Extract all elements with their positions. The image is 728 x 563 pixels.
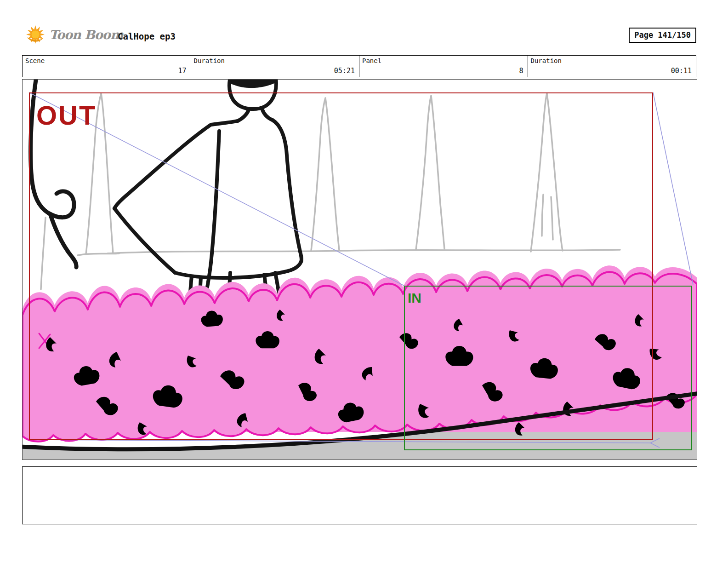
caption-box [22, 466, 697, 524]
panel-duration-label: Duration [531, 57, 562, 64]
panel-label: Panel [362, 57, 381, 64]
toonboom-logo-text: Toon Boom [49, 28, 123, 42]
scene-duration-value: 05:21 [334, 67, 355, 75]
panel-cell: Panel 8 [359, 55, 528, 77]
scene-duration-label: Duration [194, 57, 225, 64]
storyboard-page: Toon Boom CalHope ep3 Page 141/150 Scene… [0, 0, 728, 563]
panel-duration-cell: Duration 00:11 [528, 55, 697, 77]
scene-duration-cell: Duration 05:21 [191, 55, 360, 77]
info-bar: Scene 17 Duration 05:21 Panel 8 Duration… [22, 55, 696, 77]
scene-label: Scene [25, 57, 45, 64]
scene-value: 17 [178, 67, 186, 75]
panel-duration-value: 00:11 [671, 67, 692, 75]
storyboard-panel: OUT IN [22, 79, 697, 460]
project-title: CalHope ep3 [118, 31, 176, 41]
scene-cell: Scene 17 [22, 55, 191, 77]
camera-in-frame [404, 286, 692, 450]
toonboom-logo: Toon Boom [25, 25, 123, 44]
camera-out-label: OUT [36, 100, 97, 131]
page-number-badge: Page 141/150 [629, 28, 696, 43]
camera-in-label: IN [408, 290, 421, 306]
toonboom-starburst-icon [25, 25, 46, 44]
panel-value: 8 [519, 67, 523, 75]
